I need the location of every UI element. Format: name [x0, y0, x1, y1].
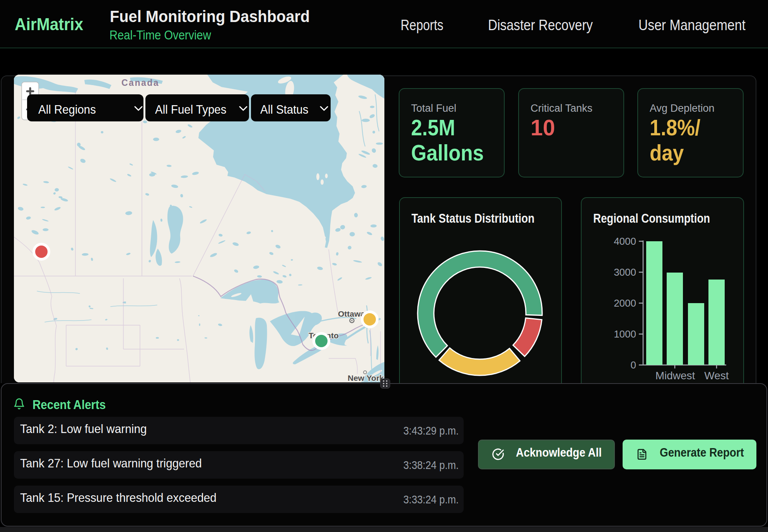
- svg-text:New York: New York: [348, 373, 384, 382]
- svg-text:0: 0: [631, 359, 636, 371]
- svg-text:2000: 2000: [614, 297, 636, 309]
- svg-text:Canada: Canada: [121, 78, 159, 88]
- svg-text:West: West: [704, 370, 729, 382]
- svg-text:4000: 4000: [614, 235, 636, 247]
- svg-text:Ottawa: Ottawa: [338, 309, 365, 318]
- svg-text:3000: 3000: [614, 266, 636, 278]
- svg-text:Midwest: Midwest: [655, 370, 695, 382]
- svg-text:1000: 1000: [614, 328, 636, 340]
